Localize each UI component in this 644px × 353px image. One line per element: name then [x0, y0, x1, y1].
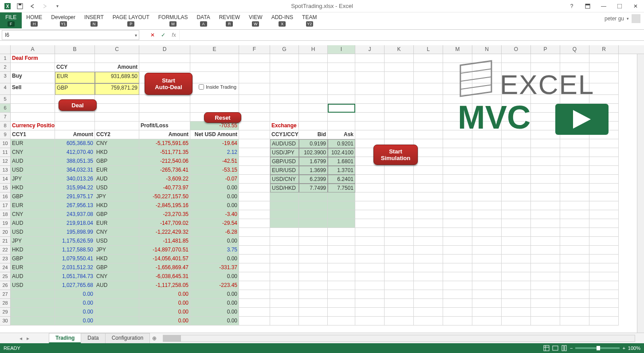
cell[interactable]	[239, 317, 270, 326]
cell[interactable]	[531, 157, 560, 166]
cell[interactable]	[589, 166, 619, 175]
cell[interactable]	[385, 54, 414, 63]
cell[interactable]: 0.00	[190, 201, 239, 210]
cell[interactable]: -14,056,401.57	[139, 255, 190, 263]
cell[interactable]	[328, 255, 355, 263]
ribbon-tab-formulas[interactable]: FORMULASM	[154, 12, 192, 27]
cell[interactable]	[299, 122, 328, 130]
cell[interactable]: 0.00	[190, 299, 239, 308]
cell[interactable]	[11, 104, 55, 113]
cell[interactable]: 243,937.08	[55, 210, 95, 219]
cell[interactable]	[589, 317, 619, 326]
cell[interactable]	[270, 54, 299, 63]
cell[interactable]	[414, 72, 443, 83]
cell[interactable]	[385, 290, 414, 299]
cell[interactable]	[531, 148, 560, 157]
col-header-O[interactable]: O	[502, 45, 531, 54]
cell[interactable]: USD/HKD	[270, 184, 299, 192]
cell[interactable]	[385, 263, 414, 272]
cell[interactable]	[502, 157, 531, 166]
cell[interactable]: -5,175,591.65	[139, 139, 190, 148]
cell[interactable]	[560, 228, 589, 237]
cell[interactable]	[385, 83, 414, 95]
cell[interactable]	[443, 255, 472, 263]
cell[interactable]	[560, 255, 589, 263]
cell[interactable]: 195,898.99	[55, 228, 95, 237]
row-header[interactable]: 12	[0, 157, 11, 166]
cell[interactable]: EUR/USD	[270, 166, 299, 175]
cell[interactable]	[443, 308, 472, 317]
cell[interactable]: -42.51	[190, 157, 239, 166]
cell[interactable]: 267,956.13	[55, 201, 95, 210]
cell[interactable]	[328, 228, 355, 237]
cell[interactable]: 1.6799	[299, 157, 328, 166]
cell[interactable]	[239, 63, 270, 72]
cell[interactable]	[589, 308, 619, 317]
cell[interactable]	[502, 281, 531, 290]
cell[interactable]	[239, 246, 270, 255]
cell[interactable]	[355, 83, 385, 95]
row-header[interactable]: 11	[0, 148, 11, 157]
cell[interactable]	[502, 210, 531, 219]
cell[interactable]	[355, 175, 385, 184]
cell[interactable]: EUR	[11, 263, 55, 272]
cell[interactable]	[299, 54, 328, 63]
cell[interactable]	[299, 95, 328, 104]
cell[interactable]	[502, 263, 531, 272]
cell[interactable]	[355, 299, 385, 308]
col-header-A[interactable]: A	[11, 45, 55, 54]
cell[interactable]: 0.00	[190, 237, 239, 246]
cell[interactable]	[414, 192, 443, 201]
cell[interactable]	[95, 104, 139, 113]
cell[interactable]	[299, 63, 328, 72]
cell[interactable]: 1.3701	[328, 166, 355, 175]
cell[interactable]	[472, 201, 502, 210]
ribbon-tab-team[interactable]: TEAMY2	[298, 12, 321, 27]
cell[interactable]	[190, 63, 239, 72]
cancel-icon[interactable]: ✕	[147, 30, 158, 40]
view-pagebreak-icon[interactable]	[561, 345, 567, 351]
cell[interactable]	[531, 201, 560, 210]
row-header[interactable]: 9	[0, 130, 11, 139]
cell[interactable]	[328, 219, 355, 228]
cell[interactable]	[270, 237, 299, 246]
cell[interactable]	[443, 139, 472, 148]
row-header[interactable]: 3	[0, 72, 11, 83]
cell[interactable]	[385, 72, 414, 83]
cell[interactable]	[239, 281, 270, 290]
cell[interactable]: 1.6801	[328, 157, 355, 166]
cell[interactable]: -331.37	[190, 263, 239, 272]
cell[interactable]	[270, 113, 299, 122]
row-header[interactable]: 26	[0, 281, 11, 290]
cell[interactable]	[299, 113, 328, 122]
view-normal-icon[interactable]	[543, 345, 550, 351]
cell[interactable]	[328, 237, 355, 246]
cell[interactable]	[355, 246, 385, 255]
ribbon-tab-add-ins[interactable]: ADD-INSX	[267, 12, 298, 27]
cell[interactable]	[414, 308, 443, 317]
cell[interactable]	[385, 113, 414, 122]
cell[interactable]	[502, 184, 531, 192]
cell[interactable]	[299, 201, 328, 210]
cell[interactable]	[328, 308, 355, 317]
row-header[interactable]: 27	[0, 290, 11, 299]
cell[interactable]	[239, 139, 270, 148]
cell[interactable]	[589, 263, 619, 272]
cell[interactable]	[299, 317, 328, 326]
cell[interactable]	[502, 228, 531, 237]
cell[interactable]	[443, 290, 472, 299]
row-header[interactable]: 24	[0, 263, 11, 272]
cell[interactable]: -29.54	[190, 219, 239, 228]
cell[interactable]: 412,070.40	[55, 148, 95, 157]
cell[interactable]	[239, 175, 270, 184]
cell[interactable]	[328, 122, 355, 130]
cell[interactable]	[589, 237, 619, 246]
cell[interactable]: JPY	[95, 192, 139, 201]
cell[interactable]: USD	[95, 184, 139, 192]
cell[interactable]	[531, 263, 560, 272]
ribbon-tab-page-layout[interactable]: PAGE LAYOUTP	[108, 12, 154, 27]
cell[interactable]	[239, 72, 270, 83]
enter-icon[interactable]: ✓	[158, 30, 169, 40]
cell[interactable]: 340,013.26	[55, 175, 95, 184]
row-header[interactable]: 13	[0, 166, 11, 175]
